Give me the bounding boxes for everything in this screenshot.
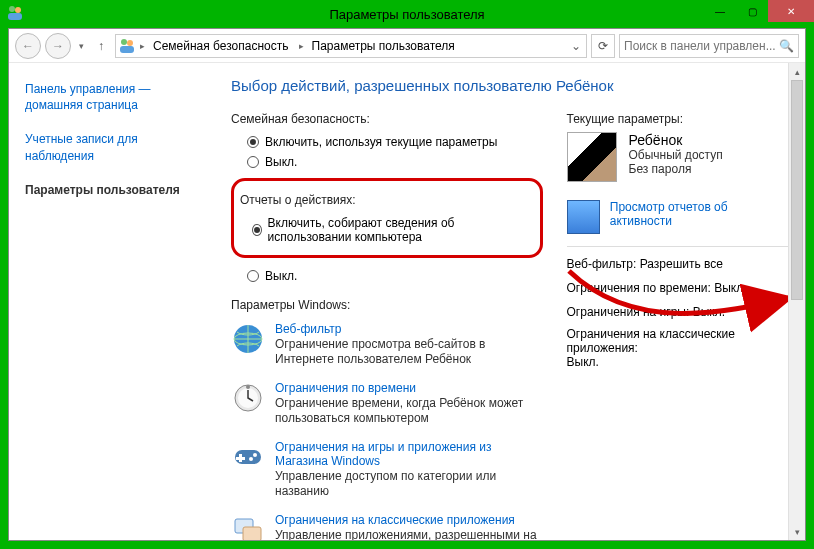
winparam-webfilter[interactable]: Веб-фильтрОграничение просмотра веб-сайт… xyxy=(231,322,543,367)
forward-button[interactable]: → xyxy=(45,33,71,59)
up-button[interactable]: ↑ xyxy=(91,36,111,56)
scroll-up-arrow[interactable]: ▴ xyxy=(789,63,805,80)
svg-point-1 xyxy=(15,7,21,13)
vertical-scrollbar[interactable]: ▴ ▾ xyxy=(788,63,805,540)
winparam-desc: Ограничение просмотра веб-сайтов в Интер… xyxy=(275,337,543,367)
radio-activity-on[interactable]: Включить, собирают сведения об использов… xyxy=(236,213,530,247)
caption-buttons: — ▢ ✕ xyxy=(704,0,814,22)
svg-rect-2 xyxy=(8,13,22,20)
scroll-thumb[interactable] xyxy=(791,80,803,300)
search-icon: 🔍 xyxy=(779,39,794,53)
svg-point-13 xyxy=(249,457,253,461)
winparam-desc: Ограничение времени, когда Ребёнок может… xyxy=(275,396,543,426)
scroll-down-arrow[interactable]: ▾ xyxy=(789,523,805,540)
radio-label: Выкл. xyxy=(265,155,297,169)
winparam-link[interactable]: Ограничения по времени xyxy=(275,381,543,395)
winparam-apps[interactable]: Ограничения на классические приложенияУп… xyxy=(231,513,543,540)
body: Панель управления — домашняя страница Уч… xyxy=(9,63,805,540)
svg-point-3 xyxy=(121,39,127,45)
winparam-desc: Управление доступом по категории или наз… xyxy=(275,469,543,499)
chevron-right-icon: ▸ xyxy=(297,41,306,51)
winparam-time[interactable]: Ограничения по времениОграничение времен… xyxy=(231,381,543,426)
radio-family-off[interactable]: Выкл. xyxy=(231,152,543,172)
globe-icon xyxy=(231,322,265,356)
window-title: Параметры пользователя xyxy=(329,7,484,22)
radio-icon xyxy=(247,136,259,148)
chevron-right-icon: ▸ xyxy=(138,41,147,51)
address-dropdown[interactable]: ⌄ xyxy=(568,39,584,53)
svg-point-4 xyxy=(127,40,133,46)
radio-icon xyxy=(247,270,259,282)
close-button[interactable]: ✕ xyxy=(768,0,814,22)
right-column: Текущие параметры: Ребёнок Обычный досту… xyxy=(567,106,790,540)
section-winparams-label: Параметры Windows: xyxy=(231,298,543,312)
winparam-link[interactable]: Ограничения на классические приложения xyxy=(275,513,543,527)
winparam-link[interactable]: Веб-фильтр xyxy=(275,322,543,336)
svg-rect-5 xyxy=(120,46,134,53)
radio-family-on[interactable]: Включить, используя текущие параметры xyxy=(231,132,543,152)
winparam-games[interactable]: Ограничения на игры и приложения из Мага… xyxy=(231,440,543,499)
user-account-type: Обычный доступ xyxy=(629,148,723,162)
minimize-button[interactable]: — xyxy=(704,0,736,22)
radio-label: Выкл. xyxy=(265,269,297,283)
svg-point-10 xyxy=(246,385,250,389)
report-icon xyxy=(567,200,600,234)
kv-apps: Ограничения на классические приложения:В… xyxy=(567,327,790,369)
winparam-desc: Управление приложениями, разрешенными на… xyxy=(275,528,543,540)
content-frame: ← → ▾ ↑ ▸ Семейная безопасность ▸ Параме… xyxy=(8,28,806,541)
section-activity-label: Отчеты о действиях: xyxy=(240,193,530,207)
activity-report-link[interactable]: Просмотр отчетов об активности xyxy=(610,200,789,228)
sidebar-item-accounts[interactable]: Учетные записи для наблюдения xyxy=(25,131,209,163)
breadcrumb-item[interactable]: Параметры пользователя xyxy=(308,35,461,57)
svg-point-0 xyxy=(9,6,15,12)
back-button[interactable]: ← xyxy=(15,33,41,59)
user-password-status: Без пароля xyxy=(629,162,723,176)
apps-icon xyxy=(231,513,265,540)
family-safety-icon xyxy=(6,4,24,22)
toolbar: ← → ▾ ↑ ▸ Семейная безопасность ▸ Параме… xyxy=(9,29,805,63)
title-bar[interactable]: Параметры пользователя — ▢ ✕ xyxy=(0,0,814,28)
main-panel: Выбор действий, разрешенных пользователю… xyxy=(219,63,805,540)
search-box[interactable]: 🔍 xyxy=(619,34,799,58)
section-family-safety-label: Семейная безопасность: xyxy=(231,112,543,126)
activity-reports-callout: Отчеты о действиях: Включить, собирают с… xyxy=(231,178,543,258)
radio-icon xyxy=(247,156,259,168)
svg-rect-17 xyxy=(243,527,261,540)
radio-activity-off[interactable]: Выкл. xyxy=(231,266,543,286)
radio-label: Включить, собирают сведения об использов… xyxy=(268,216,530,244)
address-bar[interactable]: ▸ Семейная безопасность ▸ Параметры поль… xyxy=(115,34,587,58)
svg-point-12 xyxy=(253,453,257,457)
search-input[interactable] xyxy=(624,39,794,53)
user-name: Ребёнок xyxy=(629,132,723,148)
sidebar: Панель управления — домашняя страница Уч… xyxy=(9,63,219,540)
radio-label: Включить, используя текущие параметры xyxy=(265,135,497,149)
game-icon xyxy=(231,440,265,474)
breadcrumb-item[interactable]: Семейная безопасность xyxy=(149,35,295,57)
activity-report-link-row: Просмотр отчетов об активности xyxy=(567,200,790,247)
svg-rect-15 xyxy=(236,457,245,460)
kv-games: Ограничения на игры: Выкл. xyxy=(567,305,790,319)
maximize-button[interactable]: ▢ xyxy=(736,0,768,22)
clock-icon xyxy=(231,381,265,415)
left-column: Семейная безопасность: Включить, использ… xyxy=(231,106,543,540)
sidebar-item-home[interactable]: Панель управления — домашняя страница xyxy=(25,81,209,113)
kv-time: Ограничения по времени: Выкл. xyxy=(567,281,790,295)
user-summary: Ребёнок Обычный доступ Без пароля xyxy=(567,132,790,182)
window-frame: Параметры пользователя — ▢ ✕ ← → ▾ ↑ ▸ С… xyxy=(0,0,814,549)
refresh-button[interactable]: ⟳ xyxy=(591,34,615,58)
winparam-link[interactable]: Ограничения на игры и приложения из Мага… xyxy=(275,440,543,468)
sidebar-item-user-params: Параметры пользователя xyxy=(25,182,209,198)
user-avatar xyxy=(567,132,617,182)
history-dropdown[interactable]: ▾ xyxy=(75,41,87,51)
radio-icon xyxy=(252,224,262,236)
control-panel-icon xyxy=(118,37,136,55)
right-heading: Текущие параметры: xyxy=(567,112,790,126)
kv-webfilter: Веб-фильтр: Разрешить все xyxy=(567,257,790,271)
page-heading: Выбор действий, разрешенных пользователю… xyxy=(231,77,789,94)
